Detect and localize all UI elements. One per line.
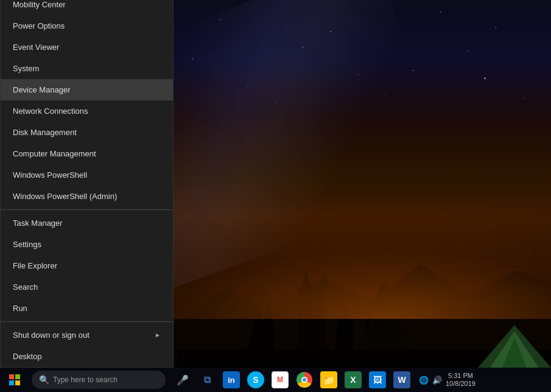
- svg-rect-14: [9, 380, 14, 385]
- svg-rect-13: [15, 374, 20, 379]
- menu-divider-1: [1, 209, 173, 210]
- taskbar-app-files[interactable]: 📁: [317, 368, 341, 392]
- taskbar-app-word[interactable]: W: [390, 368, 414, 392]
- menu-item-computer-management[interactable]: Computer Management: [1, 143, 173, 164]
- network-tray-icon: 🌐: [419, 376, 429, 385]
- system-tray: 🌐 🔊 5:31 PM 10/8/2019: [414, 372, 480, 388]
- gmail-icon: M: [272, 371, 289, 388]
- menu-item-task-manager[interactable]: Task Manager: [1, 212, 173, 234]
- clock-time: 5:31 PM: [446, 372, 476, 380]
- menu-item-shut-down[interactable]: Shut down or sign out ►: [1, 324, 173, 346]
- clock-date: 10/8/2019: [446, 380, 476, 388]
- taskbar-app-gmail[interactable]: M: [268, 368, 292, 392]
- photos-icon: 🖼: [369, 371, 386, 388]
- menu-item-event-viewer[interactable]: Event Viewer: [1, 37, 173, 58]
- search-icon: 🔍: [39, 375, 49, 385]
- excel-icon: X: [345, 371, 362, 388]
- cortana-mic-button[interactable]: 🎤: [170, 368, 195, 392]
- taskbar: 🔍 🎤 ⧉ in S M 📁 X 🖼 W 🌐 🔊 5:3: [0, 368, 551, 392]
- volume-tray-icon: 🔊: [432, 376, 442, 385]
- menu-item-device-manager[interactable]: Device Manager: [1, 79, 173, 100]
- taskbar-app-photos[interactable]: 🖼: [365, 368, 390, 392]
- tent-silhouette: [478, 307, 551, 368]
- menu-item-windows-powershell-admin[interactable]: Windows PowerShell (Admin): [1, 186, 173, 207]
- menu-item-file-explorer[interactable]: File Explorer: [1, 255, 173, 276]
- menu-item-run[interactable]: Run: [1, 298, 173, 319]
- menu-item-network-connections[interactable]: Network Connections: [1, 100, 173, 122]
- taskbar-app-chrome[interactable]: [292, 368, 317, 392]
- menu-item-search[interactable]: Search: [1, 276, 173, 298]
- word-icon: W: [393, 371, 410, 388]
- task-view-icon: ⧉: [204, 374, 211, 385]
- menu-item-windows-powershell[interactable]: Windows PowerShell: [1, 164, 173, 186]
- taskbar-app-skype[interactable]: S: [244, 368, 268, 392]
- linkedin-icon: in: [223, 371, 240, 388]
- menu-item-power-options[interactable]: Power Options: [1, 15, 173, 37]
- menu-item-mobility-center[interactable]: Mobility Center: [1, 0, 173, 15]
- files-icon: 📁: [320, 371, 337, 388]
- skype-icon: S: [247, 371, 264, 388]
- system-clock[interactable]: 5:31 PM 10/8/2019: [446, 372, 476, 388]
- microphone-icon: 🎤: [177, 374, 189, 386]
- taskbar-app-linkedin[interactable]: in: [219, 368, 244, 392]
- context-menu: Apps and Features Mobility Center Power …: [0, 0, 174, 368]
- menu-item-system[interactable]: System: [1, 58, 173, 79]
- start-button[interactable]: [0, 368, 29, 392]
- task-view-button[interactable]: ⧉: [195, 368, 219, 392]
- menu-item-disk-management[interactable]: Disk Management: [1, 122, 173, 143]
- search-input[interactable]: [53, 376, 150, 384]
- menu-divider-2: [1, 321, 173, 322]
- submenu-arrow-icon: ►: [155, 332, 161, 338]
- menu-item-desktop[interactable]: Desktop: [1, 346, 173, 367]
- taskbar-search[interactable]: 🔍: [32, 371, 166, 389]
- menu-item-settings[interactable]: Settings: [1, 234, 173, 255]
- taskbar-app-excel[interactable]: X: [341, 368, 365, 392]
- svg-rect-15: [15, 380, 20, 385]
- svg-rect-12: [9, 374, 14, 379]
- chrome-icon: [297, 372, 312, 388]
